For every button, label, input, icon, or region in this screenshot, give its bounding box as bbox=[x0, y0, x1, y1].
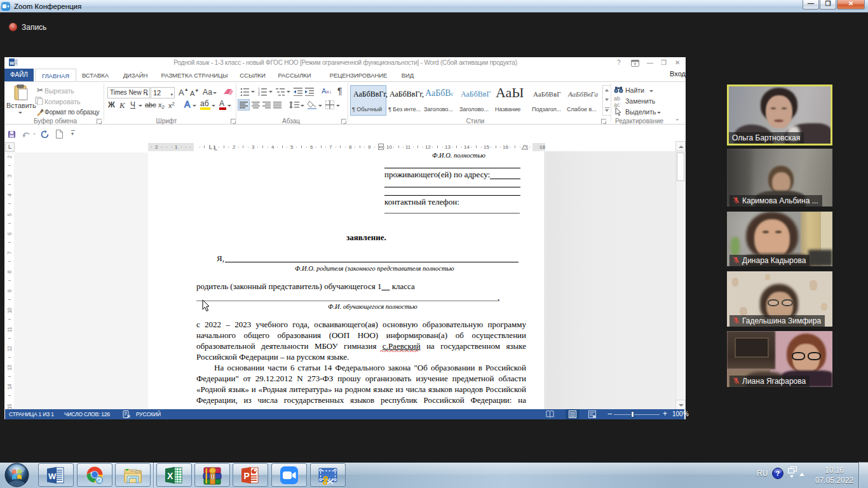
svg-text:?: ? bbox=[775, 470, 780, 477]
svg-text:W: W bbox=[48, 471, 57, 481]
svg-text:3: 3 bbox=[258, 93, 260, 96]
svg-text:X: X bbox=[167, 471, 173, 481]
svg-text:P: P bbox=[244, 471, 250, 481]
